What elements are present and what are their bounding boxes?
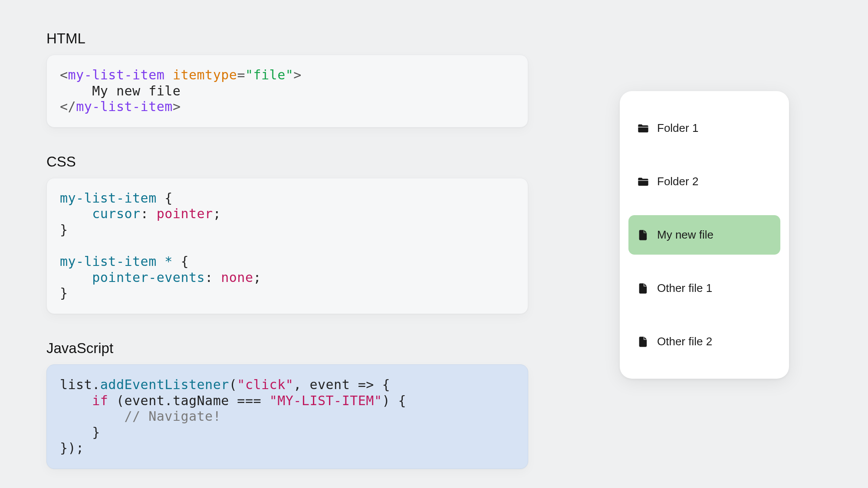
code-line: pointer-events: none; (60, 270, 515, 286)
code-line: // Navigate! (60, 409, 515, 425)
section-heading-javascript: JavaScript (46, 340, 528, 357)
section-html: HTML <my-list-item itemtype="file"> My n… (46, 30, 528, 128)
folder-icon (637, 122, 649, 134)
code-line: }); (60, 440, 515, 456)
list-item[interactable]: Other file 2 (628, 322, 780, 361)
section-javascript: JavaScript list.addEventListener("click"… (46, 340, 528, 469)
list-item-label: Other file 2 (657, 335, 712, 348)
file-list-panel: Folder 1 Folder 2 My new file Other file… (620, 91, 789, 379)
code-block-css: my-list-item { cursor: pointer; } my-lis… (46, 178, 528, 314)
list-item[interactable]: Folder 2 (628, 162, 780, 201)
code-block-javascript: list.addEventListener("click", event => … (46, 364, 528, 469)
code-line: } (60, 285, 515, 301)
code-block-html: <my-list-item itemtype="file"> My new fi… (46, 55, 528, 128)
list-item-label: Other file 1 (657, 282, 712, 295)
code-line: my-list-item { (60, 190, 515, 206)
code-line: } (60, 425, 515, 441)
file-icon (637, 282, 649, 295)
file-icon (637, 336, 649, 348)
code-line: } (60, 222, 515, 238)
section-css: CSS my-list-item { cursor: pointer; } my… (46, 154, 528, 314)
code-line: <my-list-item itemtype="file"> (60, 67, 515, 83)
code-line: if (event.tagName === "MY-LIST-ITEM") { (60, 393, 515, 409)
list-item-label: Folder 2 (657, 175, 698, 188)
code-line: list.addEventListener("click", event => … (60, 377, 515, 393)
list-item[interactable]: Other file 1 (628, 269, 780, 308)
code-line: my-list-item * { (60, 254, 515, 270)
code-line: My new file (60, 83, 515, 99)
list-item[interactable]: My new file (628, 215, 780, 255)
list-item-label: My new file (657, 228, 713, 242)
code-line: </my-list-item> (60, 99, 515, 115)
file-icon (637, 229, 649, 241)
list-item-label: Folder 1 (657, 121, 698, 135)
section-heading-html: HTML (46, 30, 528, 47)
code-line: cursor: pointer; (60, 206, 515, 222)
code-line (60, 238, 515, 254)
list-item[interactable]: Folder 1 (628, 108, 780, 148)
section-heading-css: CSS (46, 154, 528, 170)
folder-icon (637, 176, 649, 188)
